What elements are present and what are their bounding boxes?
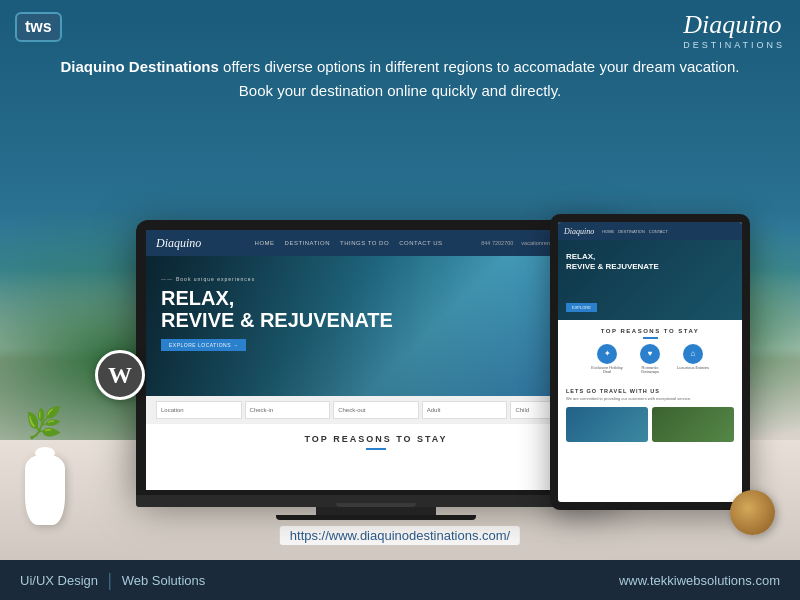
tablet-nav-items: HOME DESTINATION CONTACT — [602, 229, 668, 234]
tablet-logo: Diaquino — [564, 227, 594, 236]
hero-title: RELAX,REVIVE & REJUVENATE — [161, 287, 393, 331]
site-logo: Diaquino — [156, 236, 216, 251]
headline-bold: Diaquino Destinations — [61, 58, 219, 75]
site-hero: Book unique experiences RELAX,REVIVE & R… — [146, 256, 606, 396]
laptop-screen-outer: Diaquino HOME DESTINATION THINGS TO DO C… — [136, 220, 616, 495]
tablet-hero-btn[interactable]: EXPLORE — [566, 303, 597, 312]
footer-uiux-label: Ui/UX Design — [20, 573, 98, 588]
headline-rest: offers diverse options in different regi… — [219, 58, 740, 99]
vase-branches: 🌿 — [25, 405, 62, 440]
site-nav: Diaquino HOME DESTINATION THINGS TO DO C… — [146, 230, 606, 256]
tablet-nav-contact: CONTACT — [649, 229, 668, 234]
tablet-outer: Diaquino HOME DESTINATION CONTACT RELAX,… — [550, 214, 750, 510]
tablet-icon-3: ⌂ Luxurious Estates — [676, 344, 711, 376]
tablet-icon-1: ✦ Exclusive Holiday Deal — [590, 344, 625, 376]
laptop-base — [136, 495, 616, 507]
tablet-nav-dest: DESTINATION — [618, 229, 645, 234]
tablet-icon-2: ♥ Romantic Getaways — [633, 344, 668, 376]
hero-subtitle: Book unique experiences — [161, 276, 393, 282]
icon-romantic: ♥ — [640, 344, 660, 364]
laptop-foot — [276, 515, 476, 520]
icon-romantic-label: Romantic Getaways — [633, 366, 668, 376]
location-field[interactable]: Location — [156, 401, 242, 419]
footer-websolutions-label: Web Solutions — [122, 573, 206, 588]
hero-cta-button[interactable]: EXPLORE LOCATIONS → — [161, 339, 246, 351]
tablet-travel-title: LETS GO TRAVEL WITH US — [566, 388, 734, 394]
top-reasons-divider — [366, 448, 386, 450]
laptop-screen-inner: Diaquino HOME DESTINATION THINGS TO DO C… — [146, 230, 606, 490]
travel-image-2 — [652, 407, 734, 442]
icon-holiday: ✦ — [597, 344, 617, 364]
tablet-nav-home: HOME — [602, 229, 614, 234]
nav-home: HOME — [255, 240, 275, 246]
site-url: https://www.diaquinodestinations.com/ — [280, 526, 520, 545]
site-top-reasons: TOP REASONS TO STAY — [146, 424, 606, 464]
icon-luxury: ⌂ — [683, 344, 703, 364]
footer-divider: | — [108, 570, 112, 591]
diaquino-destinations-label: DESTINATIONS — [683, 40, 785, 50]
icon-holiday-label: Exclusive Holiday Deal — [590, 366, 625, 376]
tablet-reasons-title: TOP REASONS TO STAY — [566, 328, 734, 334]
tablet-travel-text: We are committed to providing our custom… — [566, 396, 734, 402]
vase-decoration: 🌿 — [20, 455, 70, 525]
laptop-mockup: Diaquino HOME DESTINATION THINGS TO DO C… — [136, 220, 616, 520]
footer-left: Ui/UX Design | Web Solutions — [20, 570, 205, 591]
adult-field[interactable]: Adult — [422, 401, 508, 419]
nav-destination: DESTINATION — [285, 240, 330, 246]
rope-ball — [730, 490, 775, 535]
wordpress-badge: W — [95, 350, 145, 400]
vase — [25, 455, 65, 525]
footer-right-url: www.tekkiwebsolutions.com — [619, 573, 780, 588]
tablet-reasons-divider — [643, 337, 658, 339]
tws-logo: tws — [15, 12, 62, 42]
checkout-field[interactable]: Check-out — [333, 401, 419, 419]
tablet-nav: Diaquino HOME DESTINATION CONTACT — [558, 222, 742, 240]
site-hero-content: Book unique experiences RELAX,REVIVE & R… — [161, 276, 393, 351]
top-reasons-title: TOP REASONS TO STAY — [156, 434, 596, 444]
diaquino-brand-logo: Diaquino DESTINATIONS — [683, 10, 785, 50]
site-nav-items: HOME DESTINATION THINGS TO DO CONTACT US — [231, 240, 466, 246]
travel-image-1 — [566, 407, 648, 442]
checkin-field[interactable]: Check-in — [245, 401, 331, 419]
phone-number: 844 7202700 — [481, 240, 513, 246]
tablet-travel-images — [566, 407, 734, 442]
nav-contact: CONTACT US — [399, 240, 442, 246]
tablet-hero-text: RELAX,REVIVE & REJUVENATE — [566, 252, 659, 271]
icon-luxury-label: Luxurious Estates — [676, 366, 711, 371]
tablet-mockup: Diaquino HOME DESTINATION CONTACT RELAX,… — [550, 214, 750, 510]
footer-bar: Ui/UX Design | Web Solutions www.tekkiwe… — [0, 560, 800, 600]
tablet-screen: Diaquino HOME DESTINATION CONTACT RELAX,… — [558, 222, 742, 502]
travel-image-1-overlay — [566, 407, 648, 442]
tablet-icons-row: ✦ Exclusive Holiday Deal ♥ Romantic Geta… — [566, 344, 734, 376]
wordpress-icon: W — [108, 362, 132, 389]
main-headline: Diaquino Destinations offers diverse opt… — [60, 55, 740, 103]
diaquino-logo-text: Diaquino — [683, 10, 781, 39]
tablet-reasons: TOP REASONS TO STAY ✦ Exclusive Holiday … — [558, 320, 742, 383]
tablet-travel: LETS GO TRAVEL WITH US We are committed … — [558, 383, 742, 447]
travel-image-2-overlay — [652, 407, 734, 442]
nav-things: THINGS TO DO — [340, 240, 389, 246]
tablet-hero: RELAX,REVIVE & REJUVENATE EXPLORE — [558, 240, 742, 320]
laptop-stand — [316, 507, 436, 515]
site-search-bar: Location Check-in Check-out Adult Child — [146, 396, 606, 424]
